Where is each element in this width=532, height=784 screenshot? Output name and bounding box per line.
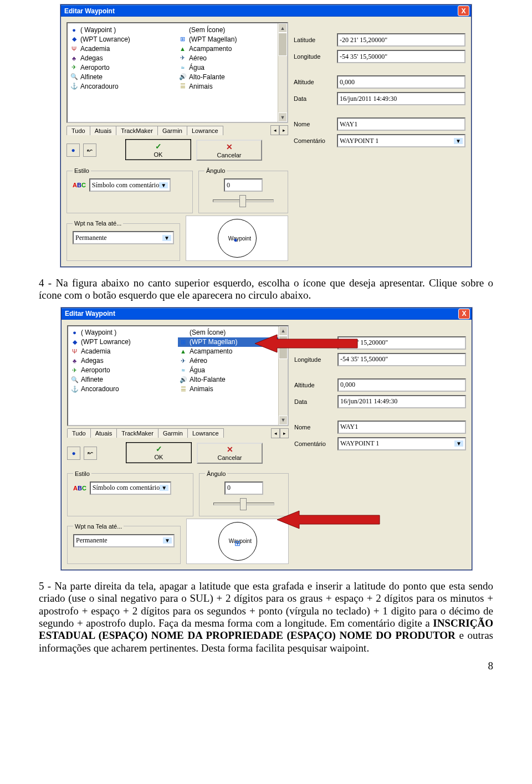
icon-picker[interactable]: ●( Waypoint )(Sem Ícone)◆(WPT Lowrance)⊞… (66, 22, 288, 123)
icon-item[interactable]: ◆(WPT Lowrance) (69, 34, 177, 44)
angulo-slider[interactable] (213, 194, 274, 207)
wpt-legend: Wpt na Tela até... (73, 523, 124, 530)
cancel-button[interactable]: ✕ Cancelar (197, 443, 263, 464)
icon-item[interactable]: 🔍Alfinete (69, 375, 178, 385)
tab-trackmaker[interactable]: TrackMaker (116, 126, 158, 135)
comentario-label: Comentário (294, 137, 334, 144)
ok-button[interactable]: ✓ OK (126, 140, 191, 160)
icon-item[interactable]: ✈Aeroporto (69, 366, 178, 375)
wpt-combo[interactable]: Permanente ▼ (73, 534, 175, 547)
tab-lowrance[interactable]: Lowrance (187, 126, 223, 135)
estilo-legend: Estilo (73, 470, 91, 477)
preview-pane: ⊞ Waypoint (186, 519, 289, 564)
icon-item[interactable]: ♣Adegas (69, 356, 178, 366)
icon-item[interactable]: 🔊Alto-Falante (177, 72, 286, 81)
tab-scroll-right-icon[interactable]: ▸ (279, 125, 288, 135)
icon-item[interactable]: ☰Animais (177, 81, 286, 91)
nome-input[interactable] (337, 117, 466, 131)
scrollbar[interactable]: ▲ ▼ (278, 23, 287, 122)
cancel-label: Cancelar (217, 454, 242, 461)
style-icon: ABC (73, 182, 86, 188)
comentario-combo[interactable]: WAYPOINT 1 ▼ (337, 134, 466, 147)
icon-item[interactable]: 🔊Alto-Falante (178, 375, 287, 385)
data-input[interactable] (337, 395, 466, 408)
x-icon: ✕ (226, 142, 233, 151)
dialog-title: Editar Waypoint (64, 7, 115, 15)
waypoint-icon-button[interactable]: ● (67, 447, 80, 460)
tab-tudo[interactable]: Tudo (66, 126, 90, 135)
angulo-input[interactable] (224, 481, 263, 495)
close-button[interactable]: X (458, 6, 469, 16)
tab-atuais[interactable]: Atuais (90, 126, 117, 135)
cancel-button[interactable]: ✕ Cancelar (196, 140, 262, 161)
preview-dot-icon: ● (234, 236, 238, 244)
icon-item[interactable]: ≈Água (177, 63, 286, 72)
tab-garmin[interactable]: Garmin (158, 428, 188, 438)
waypoint-icon-button[interactable]: ● (66, 144, 80, 157)
titlebar: Editar Waypoint X (61, 5, 471, 17)
altitude-input[interactable] (337, 75, 466, 89)
wpt-value: Permanente (75, 234, 107, 242)
icon-item[interactable]: ⚓Ancoradouro (69, 81, 177, 91)
latitude-label: Latitude (294, 37, 334, 43)
icon-item[interactable]: ΨAcademia (69, 347, 178, 356)
tab-scroll-left-icon[interactable]: ◂ (271, 428, 280, 438)
icon-item[interactable]: ●( Waypoint ) (69, 328, 178, 337)
tab-tudo[interactable]: Tudo (67, 428, 91, 438)
icon-item[interactable]: 🔍Alfinete (69, 72, 177, 81)
icon-item[interactable]: ✈Aéreo (177, 53, 286, 63)
angulo-slider[interactable] (213, 497, 274, 510)
x-icon: ✕ (227, 445, 233, 454)
estilo-value: Símbolo com comentário (93, 484, 160, 492)
icon-item[interactable]: ✈Aéreo (178, 356, 287, 366)
chevron-down-icon: ▼ (162, 235, 171, 241)
close-button[interactable]: X (458, 309, 470, 319)
icon-item[interactable]: (Sem Ícone) (177, 25, 286, 34)
nome-label: Nome (294, 121, 334, 127)
page-number: 8 (39, 660, 493, 672)
data-input[interactable] (337, 92, 466, 105)
chevron-down-icon: ▼ (160, 485, 168, 491)
altitude-input[interactable] (337, 378, 466, 392)
icon-item[interactable]: ●( Waypoint ) (69, 25, 177, 34)
icon-item[interactable]: ✈Aeroporto (69, 63, 177, 72)
icon-item[interactable]: ⚓Ancoradouro (69, 385, 178, 394)
icon-item[interactable]: ⊞(WPT Magellan) (177, 34, 286, 44)
scroll-thumb[interactable] (278, 33, 287, 56)
tab-scroll-left-icon[interactable]: ◂ (270, 125, 279, 135)
comentario-combo[interactable]: WAYPOINT 1 ▼ (337, 437, 466, 450)
icon-item[interactable]: ΨAcademia (69, 44, 177, 53)
ok-button[interactable]: ✓ OK (126, 443, 191, 463)
wpt-group: Wpt na Tela até... Permanente ▼ (67, 523, 181, 564)
chevron-down-icon: ▼ (159, 182, 168, 188)
estilo-combo[interactable]: Símbolo com comentário ▼ (89, 178, 171, 192)
nome-input[interactable] (337, 421, 466, 434)
svg-marker-0 (255, 335, 357, 352)
scroll-down-icon[interactable]: ▼ (278, 112, 287, 122)
icon-item[interactable]: ▲Acampamento (177, 44, 286, 53)
ok-label: OK (154, 151, 163, 158)
preview-label: Waypoint (228, 235, 251, 242)
angulo-input[interactable] (224, 178, 263, 192)
wpt-combo[interactable]: Permanente ▼ (73, 231, 174, 244)
paste-button[interactable]: ↜ (84, 447, 97, 460)
icon-item[interactable]: ≈Água (178, 366, 287, 375)
tab-lowrance[interactable]: Lowrance (187, 428, 224, 438)
scroll-down-icon[interactable]: ▼ (279, 416, 288, 425)
estilo-value: Símbolo com comentário (92, 181, 159, 189)
tab-atuais[interactable]: Atuais (90, 428, 117, 438)
tab-scroll-right-icon[interactable]: ▸ (280, 428, 289, 438)
data-label: Data (294, 398, 334, 405)
longitude-input[interactable] (337, 50, 466, 63)
tab-garmin[interactable]: Garmin (157, 126, 187, 135)
estilo-combo[interactable]: Símbolo com comentário ▼ (90, 481, 171, 495)
scroll-up-icon[interactable]: ▲ (278, 23, 287, 33)
icon-item[interactable]: ◆(WPT Lowrance) (69, 337, 178, 347)
paste-button[interactable]: ↜ (83, 144, 96, 157)
tab-trackmaker[interactable]: TrackMaker (116, 428, 158, 438)
angulo-group: Ângulo (199, 470, 289, 516)
icon-item[interactable]: ☰Animais (178, 385, 287, 394)
longitude-input[interactable] (337, 353, 466, 366)
latitude-input[interactable] (337, 33, 466, 47)
icon-item[interactable]: ♣Adegas (69, 53, 177, 63)
